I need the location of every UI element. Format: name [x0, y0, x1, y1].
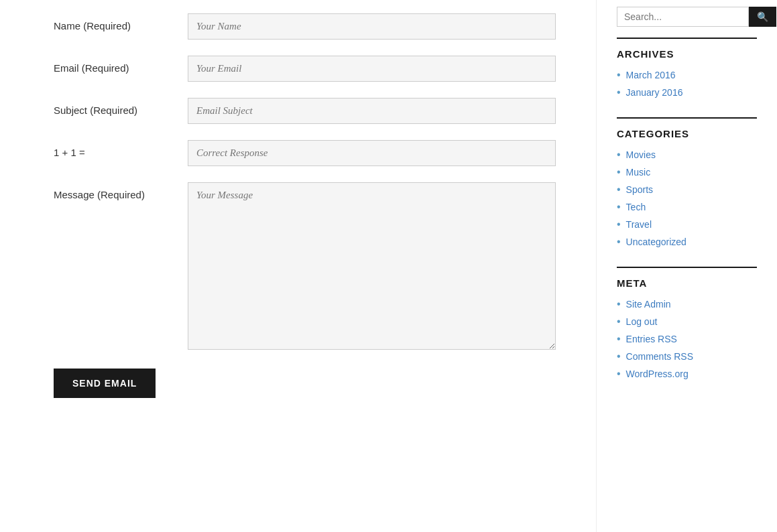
meta-log-out[interactable]: Log out: [626, 316, 658, 327]
archives-divider: [617, 38, 757, 39]
list-item: Travel: [617, 218, 757, 230]
name-row: Name (Required): [54, 13, 556, 40]
meta-list: Site Admin Log out Entries RSS Comments …: [617, 298, 757, 380]
message-label: Message (Required): [54, 182, 188, 200]
captcha-label: 1 + 1 =: [54, 140, 188, 158]
list-item: Music: [617, 166, 757, 178]
captcha-input[interactable]: [188, 140, 556, 166]
message-input[interactable]: [188, 182, 556, 350]
meta-divider: [617, 267, 757, 268]
list-item: WordPress.org: [617, 368, 757, 380]
list-item: Sports: [617, 184, 757, 196]
list-item: Entries RSS: [617, 333, 757, 345]
archives-list: March 2016 January 2016: [617, 69, 757, 98]
category-tech[interactable]: Tech: [626, 202, 646, 212]
email-label: Email (Required): [54, 56, 188, 74]
meta-wordpress-org[interactable]: WordPress.org: [626, 369, 689, 379]
search-bar: 🔍: [617, 7, 757, 27]
categories-divider: [617, 117, 757, 119]
meta-site-admin[interactable]: Site Admin: [626, 299, 671, 310]
archives-section: ARCHIVES March 2016 January 2016: [617, 48, 757, 98]
meta-section: META Site Admin Log out Entries RSS Comm…: [617, 277, 757, 380]
list-item: Log out: [617, 316, 757, 328]
category-travel[interactable]: Travel: [626, 219, 652, 230]
archive-january-2016[interactable]: January 2016: [626, 87, 683, 98]
list-item: January 2016: [617, 86, 757, 98]
categories-title: CATEGORIES: [617, 128, 757, 139]
email-row: Email (Required): [54, 56, 556, 82]
subject-label: Subject (Required): [54, 98, 188, 116]
archives-title: ARCHIVES: [617, 48, 757, 60]
archive-march-2016[interactable]: March 2016: [626, 70, 676, 80]
category-movies[interactable]: Movies: [626, 149, 656, 160]
categories-section: CATEGORIES Movies Music Sports Tech Trav…: [617, 128, 757, 248]
list-item: Site Admin: [617, 298, 757, 310]
list-item: March 2016: [617, 69, 757, 81]
meta-comments-rss[interactable]: Comments RSS: [626, 351, 693, 362]
name-label: Name (Required): [54, 13, 188, 31]
categories-list: Movies Music Sports Tech Travel Uncatego…: [617, 149, 757, 248]
sidebar-search-input[interactable]: [617, 7, 749, 27]
category-music[interactable]: Music: [626, 167, 651, 178]
sidebar-search-button[interactable]: 🔍: [749, 7, 776, 27]
email-input[interactable]: [188, 56, 556, 82]
main-content: Name (Required) Email (Required) Subject…: [0, 0, 596, 532]
send-email-button[interactable]: SEND EMAIL: [54, 369, 156, 398]
list-item: Movies: [617, 149, 757, 161]
name-input[interactable]: [188, 13, 556, 40]
category-sports[interactable]: Sports: [626, 184, 653, 195]
list-item: Tech: [617, 201, 757, 213]
category-uncategorized[interactable]: Uncategorized: [626, 237, 686, 247]
message-row: Message (Required): [54, 182, 556, 350]
list-item: Uncategorized: [617, 236, 757, 248]
sidebar: 🔍 ARCHIVES March 2016 January 2016 CATEG…: [596, 0, 777, 532]
subject-row: Subject (Required): [54, 98, 556, 124]
meta-entries-rss[interactable]: Entries RSS: [626, 334, 677, 344]
meta-title: META: [617, 277, 757, 289]
captcha-row: 1 + 1 =: [54, 140, 556, 166]
subject-input[interactable]: [188, 98, 556, 124]
list-item: Comments RSS: [617, 350, 757, 362]
